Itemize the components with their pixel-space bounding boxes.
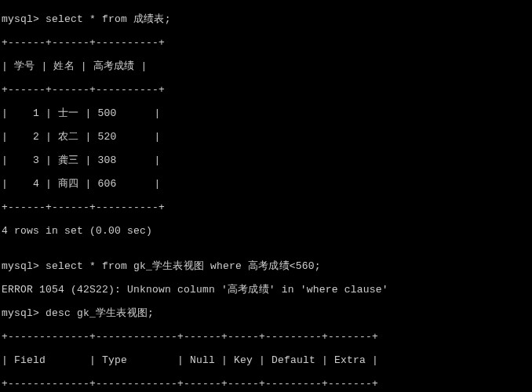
table-header: | Field | Type | Null | Key | Default | … — [2, 354, 532, 366]
table-row: | 2 | 农二 | 520 | — [2, 131, 532, 143]
table-border: +-------------+-------------+------+----… — [2, 378, 532, 390]
prompt-line: mysql> select * from gk_学生表视图 where 高考成绩… — [2, 260, 532, 272]
result-summary: 4 rows in set (0.00 sec) — [2, 225, 532, 237]
table-row: | 4 | 商四 | 606 | — [2, 178, 532, 190]
table-border: +-------------+-------------+------+----… — [2, 331, 532, 343]
table-row: | 3 | 龚三 | 308 | — [2, 154, 532, 166]
prompt-line: mysql> desc gk_学生表视图; — [2, 307, 532, 319]
table-border: +------+------+----------+ — [2, 201, 532, 213]
table-header: | 学号 | 姓名 | 高考成绩 | — [2, 60, 532, 72]
error-line: ERROR 1054 (42S22): Unknown column '高考成绩… — [2, 284, 532, 296]
table-row: | 1 | 士一 | 500 | — [2, 107, 532, 119]
prompt-line: mysql> select * from 成绩表; — [2, 13, 532, 25]
table-border: +------+------+----------+ — [2, 37, 532, 49]
mysql-terminal[interactable]: mysql> select * from 成绩表; +------+------… — [0, 0, 532, 392]
table-border: +------+------+----------+ — [2, 84, 532, 96]
